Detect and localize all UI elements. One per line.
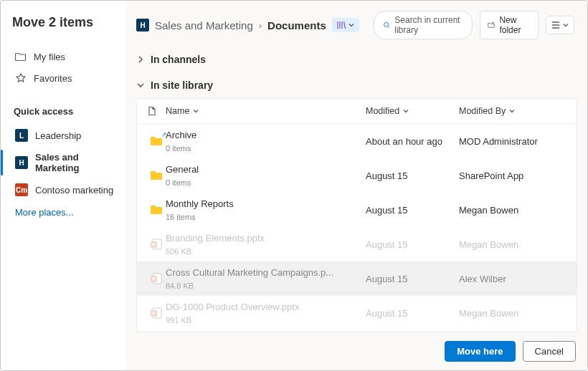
sidebar-item-label: Sales and Marketing [35, 152, 115, 173]
table-header: Name Modified Modified By [137, 99, 577, 124]
column-header-name[interactable]: Name [166, 106, 366, 116]
modified-by-cell: Alex Wilber [459, 274, 566, 284]
new-folder-button[interactable]: New folder [480, 11, 539, 39]
nav-my-files[interactable]: My files [12, 46, 118, 67]
group-in-site-library[interactable]: In site library [126, 72, 587, 98]
modified-cell: August 15 [366, 274, 459, 284]
file-name: Cross Cultural Marketing Campaigns.p... [166, 267, 333, 278]
content-pane: H Sales and Marketing › Documents Search… [126, 1, 587, 370]
file-meta: 0 items [166, 178, 191, 187]
chevron-down-icon [508, 107, 516, 115]
quick-access-header: Quick access [14, 106, 118, 117]
svg-text:P: P [152, 311, 156, 316]
sidebar-item-label: Contoso marketing [35, 185, 113, 196]
svg-text:P: P [152, 242, 156, 247]
svg-text:P: P [152, 276, 156, 281]
file-type-icon [147, 168, 166, 183]
sidebar-item-contoso-marketing[interactable]: Cm Contoso marketing [12, 178, 118, 201]
table-row: PCross Cultural Marketing Campaigns.p...… [137, 261, 577, 296]
file-meta: 0 items [166, 144, 191, 153]
more-places-link[interactable]: More places... [12, 201, 118, 223]
sidebar-item-sales-marketing[interactable]: H Sales and Marketing [12, 147, 118, 178]
file-meta: 84.8 KB [166, 281, 194, 290]
file-type-icon: P [147, 306, 166, 320]
shortcut-badge: ↗ [161, 131, 167, 138]
modified-cell: August 15 [366, 205, 459, 216]
modified-cell: August 15 [366, 170, 459, 181]
list-icon [551, 20, 561, 30]
chevron-down-icon [402, 107, 409, 115]
chevron-right-icon: › [259, 20, 262, 31]
table-row[interactable]: Monthly Reports16 itemsAugust 15Megan Bo… [137, 193, 577, 227]
group-in-channels[interactable]: In channels [126, 47, 587, 72]
chevron-down-icon [192, 107, 199, 115]
chevron-right-icon [136, 55, 145, 64]
dialog-footer: Move here Cancel [126, 332, 587, 370]
nav-label: My files [34, 52, 65, 62]
modified-cell: About an hour ago [366, 136, 459, 147]
svg-point-0 [384, 22, 388, 26]
modified-cell: August 15 [366, 308, 459, 319]
file-name: Branding Elements.pptx [166, 233, 265, 244]
dialog-title: Move 2 items [12, 15, 118, 30]
sidebar-item-leadership[interactable]: L Leadership [12, 124, 118, 147]
nav-label: Favorites [34, 73, 72, 84]
site-icon: H [15, 156, 28, 169]
library-view-dropdown[interactable] [332, 18, 359, 32]
search-input[interactable]: Search in current library [374, 11, 473, 39]
file-name: Monthly Reports [166, 198, 234, 209]
table-row[interactable]: General0 itemsAugust 15SharePoint App [137, 158, 577, 193]
cancel-button[interactable]: Cancel [523, 341, 576, 362]
file-type-icon: P [147, 237, 166, 251]
file-type-icon: ↗ [147, 134, 166, 148]
site-icon: Cm [15, 183, 28, 196]
file-meta: 16 items [166, 213, 196, 221]
modified-by-cell: Megan Bowen [459, 308, 566, 319]
site-icon: L [15, 129, 28, 142]
breadcrumb: H Sales and Marketing › Documents [136, 18, 359, 32]
table-row: PDG-1000 Product Overview.pptx991 KBAugu… [137, 296, 577, 330]
breadcrumb-part-current[interactable]: Documents [267, 19, 326, 32]
file-name: General [166, 164, 199, 175]
nav-favorites[interactable]: Favorites [12, 67, 118, 89]
file-type-icon [147, 203, 166, 217]
group-label: In site library [151, 80, 213, 91]
view-options-button[interactable] [546, 16, 574, 34]
file-name: DG-1000 Product Overview.pptx [166, 302, 299, 312]
star-icon [15, 72, 27, 84]
file-type-icon: P [147, 271, 166, 286]
search-icon [383, 20, 391, 30]
table-row: PBranding Elements.pptx506 KBAugust 15Me… [137, 227, 577, 261]
folder-icon [15, 51, 27, 62]
modified-by-cell: SharePoint App [459, 170, 566, 181]
chevron-down-icon [348, 21, 355, 29]
file-meta: 991 KB [166, 316, 191, 324]
column-header-modified[interactable]: Modified [366, 106, 459, 116]
sidebar: Move 2 items My files Favorites Quick ac… [1, 1, 126, 370]
modified-by-cell: MOD Administrator [459, 136, 566, 147]
move-here-button[interactable]: Move here [445, 341, 515, 362]
modified-by-cell: Megan Bowen [459, 205, 566, 216]
modified-by-cell: Megan Bowen [459, 239, 566, 250]
library-icon [336, 20, 346, 30]
table-row[interactable]: ↗Archive0 itemsAbout an hour agoMOD Admi… [137, 124, 577, 158]
new-folder-label: New folder [499, 15, 531, 35]
site-icon: H [136, 19, 149, 32]
file-name: Archive [166, 130, 196, 140]
column-type-icon[interactable] [147, 106, 166, 116]
file-meta: 506 KB [166, 247, 191, 256]
modified-cell: August 15 [366, 239, 459, 250]
chevron-down-icon [562, 21, 569, 29]
new-folder-icon [488, 20, 495, 30]
chevron-down-icon [136, 81, 145, 90]
column-header-modified-by[interactable]: Modified By [459, 106, 566, 116]
sidebar-item-label: Leadership [35, 130, 81, 141]
topbar: H Sales and Marketing › Documents Search… [126, 1, 587, 47]
breadcrumb-part[interactable]: Sales and Marketing [155, 19, 253, 32]
file-list: Name Modified Modified By ↗Archive0 item… [136, 98, 577, 332]
group-label: In channels [151, 54, 206, 65]
search-placeholder: Search in current library [394, 15, 463, 35]
